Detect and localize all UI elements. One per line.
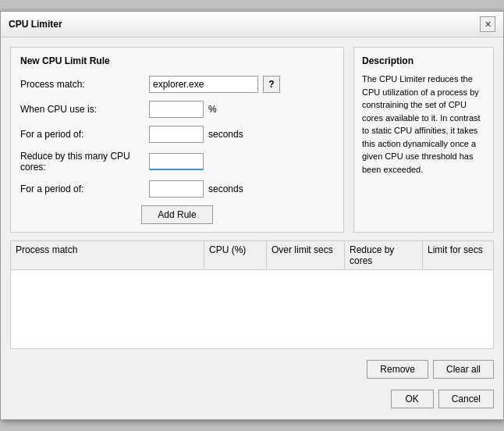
title-bar: CPU Limiter ✕ (1, 12, 503, 37)
table-header: Process match CPU (%) Over limit secs Re… (11, 241, 493, 270)
form-row-period2: For a period of: seconds (20, 180, 334, 198)
form-row-period1: For a period of: seconds (20, 126, 334, 143)
rules-table: Process match CPU (%) Over limit secs Re… (10, 240, 494, 349)
main-dialog: CPU Limiter ✕ New CPU Limit Rule Process… (0, 11, 504, 420)
label-process: Process match: (20, 79, 149, 90)
close-button[interactable]: ✕ (480, 16, 495, 32)
description-panel: Description The CPU Limiter reduces the … (353, 47, 494, 233)
clear-all-button[interactable]: Clear all (433, 360, 494, 379)
label-period1: For a period of: (20, 129, 149, 140)
cpu-suffix: % (208, 104, 217, 115)
process-input[interactable] (149, 76, 258, 93)
rule-panel-title: New CPU Limit Rule (20, 55, 334, 66)
col-limit-secs: Limit for secs (423, 241, 493, 269)
label-cpu: When CPU use is: (20, 104, 149, 115)
actions-row: Remove Clear all (10, 360, 494, 379)
label-cores: Reduce by this many CPU cores: (20, 151, 149, 173)
dialog-title: CPU Limiter (9, 19, 62, 30)
period1-input-group: seconds (149, 126, 243, 143)
dialog-body: New CPU Limit Rule Process match: ? When… (1, 37, 503, 419)
description-title: Description (362, 55, 485, 66)
form-row-cpu: When CPU use is: % (20, 101, 334, 118)
col-cpu: CPU (%) (204, 241, 267, 269)
col-over-limit: Over limit secs (267, 241, 345, 269)
cores-input-group (149, 153, 204, 170)
process-input-group: ? (149, 76, 280, 93)
period2-input-group: seconds (149, 180, 243, 198)
period1-suffix: seconds (208, 129, 243, 140)
cancel-button[interactable]: Cancel (438, 390, 494, 408)
period2-suffix: seconds (208, 183, 243, 194)
help-button[interactable]: ? (263, 76, 280, 93)
period2-input[interactable] (149, 180, 204, 198)
ok-cancel-row: OK Cancel (10, 386, 494, 410)
ok-button[interactable]: OK (391, 390, 434, 408)
top-section: New CPU Limit Rule Process match: ? When… (10, 47, 494, 233)
cores-input[interactable] (149, 153, 204, 170)
form-row-cores: Reduce by this many CPU cores: (20, 151, 334, 173)
label-period2: For a period of: (20, 183, 149, 194)
col-process: Process match (11, 241, 204, 269)
period1-input[interactable] (149, 126, 204, 143)
col-reduce: Reduce by cores (345, 241, 423, 269)
add-rule-button[interactable]: Add Rule (141, 205, 212, 224)
cpu-input-group: % (149, 101, 217, 118)
remove-button[interactable]: Remove (367, 360, 428, 379)
cpu-input[interactable] (149, 101, 204, 118)
form-row-process: Process match: ? (20, 76, 334, 93)
table-body (11, 270, 493, 348)
description-text: The CPU Limiter reduces the CPU utilizat… (362, 73, 485, 176)
add-rule-row: Add Rule (20, 205, 334, 224)
rule-panel: New CPU Limit Rule Process match: ? When… (10, 47, 344, 233)
